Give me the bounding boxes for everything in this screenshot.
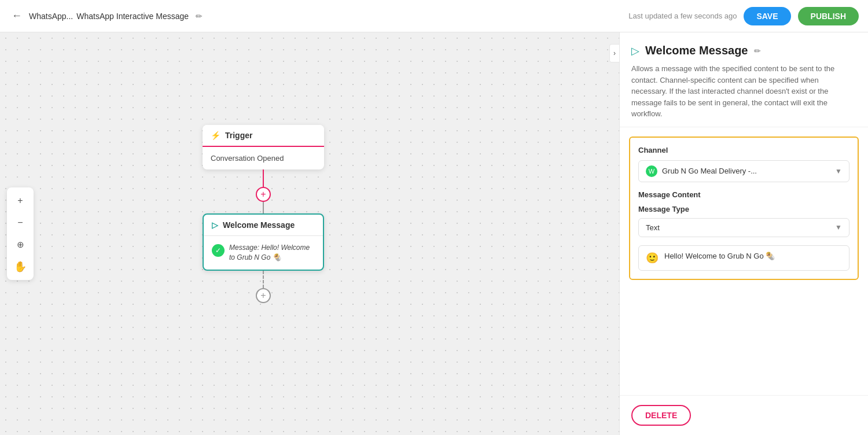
message-preview-text: Hello! Welcome to Grub N Go 🌯 — [664, 252, 775, 260]
channel-name: Grub N Go Meal Delivery -... — [662, 167, 757, 175]
pan-button[interactable]: ✋ — [10, 257, 30, 277]
dashed-line — [263, 271, 264, 288]
trigger-to-welcome-connector: + — [256, 169, 271, 213]
message-label: Message: — [229, 244, 259, 252]
back-button[interactable]: ← — [9, 8, 24, 24]
trigger-title: Trigger — [225, 131, 252, 140]
welcome-node-header: ▷ Welcome Message — [204, 215, 323, 236]
hand-icon: ✋ — [14, 260, 27, 273]
send-icon: ▷ — [212, 220, 218, 230]
connector-line-bottom — [263, 202, 264, 213]
panel-header: ▷ Welcome Message ✏ Allows a message wit… — [620, 32, 868, 127]
emoji-icon: 🙂 — [646, 252, 659, 264]
trigger-header: ⚡ Trigger — [203, 125, 324, 147]
panel-title: Welcome Message — [645, 44, 748, 57]
right-panel: ▷ Welcome Message ✏ Allows a message wit… — [619, 32, 868, 435]
welcome-message-preview: Message: Hello! Welcome to Grub N Go 🌯 — [229, 243, 315, 263]
trigger-icon: ⚡ — [211, 131, 220, 140]
message-type-dropdown[interactable]: Text ▼ — [638, 218, 849, 237]
connector-line-top — [263, 169, 264, 187]
channel-label: Channel — [638, 146, 849, 154]
header-right: Last updated a few seconds ago SAVE PUBL… — [628, 7, 859, 25]
breadcrumb-main: WhatsApp... — [29, 12, 73, 21]
zoom-in-button[interactable]: + — [10, 191, 30, 211]
flow-container: ⚡ Trigger Conversation Opened + ▷ — [203, 125, 324, 303]
trigger-body: Conversation Opened — [203, 147, 324, 169]
canvas-area[interactable]: + − ⊕ ✋ › ⚡ Trigger — [0, 32, 619, 435]
welcome-node-title: Welcome Message — [223, 220, 295, 230]
panel-title-row: ▷ Welcome Message ✏ — [631, 44, 856, 57]
header-left: ← WhatsApp... WhatsApp Interactive Messa… — [9, 8, 205, 24]
panel-description: Allows a message with the specified cont… — [631, 63, 856, 120]
message-type-value: Text — [646, 223, 660, 232]
message-content-label: Message Content — [638, 190, 849, 199]
header: ← WhatsApp... WhatsApp Interactive Messa… — [0, 0, 868, 32]
main-content: + − ⊕ ✋ › ⚡ Trigger — [0, 32, 868, 435]
trigger-node[interactable]: ⚡ Trigger Conversation Opened — [203, 125, 324, 169]
message-preview: 🙂 Hello! Welcome to Grub N Go 🌯 — [638, 245, 849, 271]
trigger-event-text: Conversation Opened — [211, 154, 284, 163]
channel-section: Channel W Grub N Go Meal Delivery -... ▼… — [629, 137, 859, 280]
welcome-message-node[interactable]: ▷ Welcome Message ✓ Message: Hello! Welc… — [203, 213, 324, 271]
fit-to-screen-button[interactable]: ⊕ — [10, 235, 30, 255]
last-updated-text: Last updated a few seconds ago — [628, 12, 737, 20]
panel-footer: DELETE — [620, 395, 868, 435]
add-step-button-top[interactable]: + — [256, 187, 271, 202]
panel-edit-button[interactable]: ✏ — [754, 46, 761, 56]
add-step-button-bottom[interactable]: + — [256, 288, 271, 303]
message-type-label: Message Type — [638, 205, 849, 213]
panel-send-icon: ▷ — [631, 45, 639, 57]
delete-button[interactable]: DELETE — [631, 405, 691, 426]
crosshair-icon: ⊕ — [17, 239, 24, 250]
channel-dropdown-left: W Grub N Go Meal Delivery -... — [646, 165, 757, 177]
welcome-to-next-connector: + — [256, 271, 271, 303]
panel-body: Channel W Grub N Go Meal Delivery -... ▼… — [620, 127, 868, 396]
breadcrumb-sub: WhatsApp Interactive Message — [76, 12, 189, 21]
zoom-out-button[interactable]: − — [10, 213, 30, 233]
welcome-node-body: ✓ Message: Hello! Welcome to Grub N Go 🌯 — [204, 236, 323, 270]
channel-dropdown-arrow-icon: ▼ — [835, 167, 842, 175]
breadcrumb: WhatsApp... WhatsApp Interactive Message — [29, 12, 189, 21]
whatsapp-icon: ✓ — [212, 244, 225, 257]
publish-button[interactable]: PUBLISH — [798, 7, 859, 25]
edit-title-button[interactable]: ✏ — [193, 9, 205, 23]
collapse-panel-button[interactable]: › — [609, 44, 619, 62]
channel-whatsapp-icon: W — [646, 165, 657, 177]
message-type-dropdown-arrow-icon: ▼ — [835, 223, 842, 231]
channel-dropdown[interactable]: W Grub N Go Meal Delivery -... ▼ — [638, 160, 849, 182]
save-button[interactable]: SAVE — [744, 7, 790, 25]
chevron-right-icon: › — [613, 49, 616, 57]
canvas-controls: + − ⊕ ✋ — [7, 187, 34, 280]
